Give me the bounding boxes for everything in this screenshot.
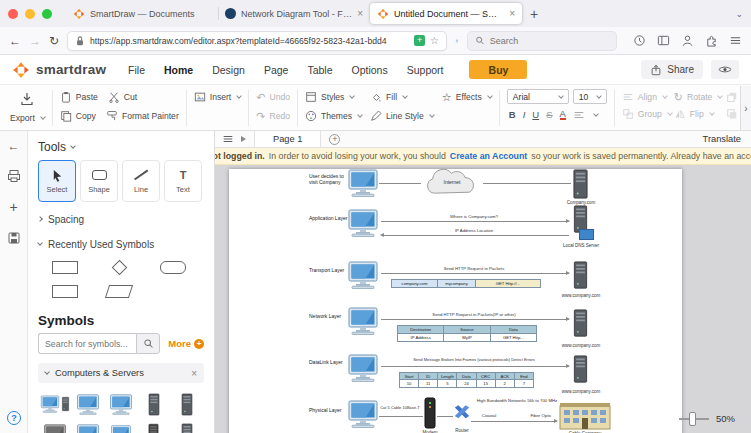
flip-button[interactable]: Flip (674, 106, 722, 122)
paste-button[interactable]: Paste (60, 89, 98, 105)
symbol-rectangle[interactable] (52, 285, 78, 298)
italic-button[interactable]: I (523, 109, 526, 120)
line-style-button[interactable]: Line Style (370, 108, 434, 124)
align-button[interactable]: Align (622, 89, 670, 105)
menu-table[interactable]: Table (307, 64, 332, 76)
packet-table[interactable]: company.com mycompany GET Http://... (391, 279, 541, 288)
spacing-section-header[interactable]: Spacing (38, 211, 204, 227)
menu-home[interactable]: Home (164, 64, 193, 76)
themes-button[interactable]: Themes (305, 108, 362, 124)
group-button[interactable]: Group (622, 106, 670, 122)
history-icon[interactable] (633, 34, 646, 47)
add-page-icon[interactable]: + (329, 134, 340, 145)
insert-button[interactable]: Insert (194, 89, 242, 105)
cut-button[interactable]: Cut (108, 89, 137, 105)
symbol-monitor[interactable] (109, 394, 133, 415)
font-size-select[interactable]: 10 (573, 89, 607, 104)
text-tool-button[interactable]: T Text (164, 160, 202, 202)
symbol-tower-dark[interactable] (147, 423, 160, 433)
tools-header[interactable]: Tools (38, 139, 204, 155)
line-tool-button[interactable]: Line (122, 160, 160, 202)
symbol-search-input[interactable] (38, 333, 136, 354)
symbol-tower[interactable] (180, 393, 194, 416)
underline-button[interactable]: U (532, 109, 539, 120)
help-button[interactable]: ? (7, 411, 21, 425)
cable-company-building-icon[interactable] (559, 402, 611, 430)
downloads-icon[interactable] (455, 34, 459, 47)
browser-tab-untitled-document[interactable]: Untitled Document — SmartDr... × (370, 3, 522, 24)
save-icon[interactable] (7, 231, 21, 245)
browser-tab-documents[interactable]: SmartDraw — Documents (66, 3, 218, 24)
text-align-icon[interactable] (573, 109, 585, 121)
format-painter-button[interactable]: Format Painter (106, 108, 179, 124)
symbol-tower[interactable] (147, 393, 161, 416)
fill-button[interactable]: Fill (370, 89, 434, 105)
zoom-slider[interactable] (679, 418, 709, 420)
forward-button[interactable]: → (29, 34, 41, 48)
sidebar-icon[interactable] (657, 34, 670, 47)
bold-button[interactable]: B (509, 109, 516, 120)
recent-symbols-header[interactable]: Recently Used Symbols (38, 236, 204, 252)
workstation-icon[interactable] (347, 354, 379, 382)
workstation-icon[interactable] (347, 307, 379, 335)
symbol-desktop-computer[interactable] (40, 395, 70, 413)
symbol-monitor[interactable] (76, 424, 100, 433)
symbol-monitor-dark[interactable] (43, 424, 67, 433)
print-icon[interactable] (7, 169, 21, 183)
page-tab[interactable]: Page 1 (254, 131, 321, 147)
styles-button[interactable]: Styles (305, 89, 362, 105)
router-icon[interactable] (453, 403, 471, 421)
export-button[interactable]: Export (10, 110, 45, 126)
symbol-rounded-rectangle[interactable] (160, 261, 186, 274)
dns-device-icon[interactable] (579, 229, 594, 240)
menu-support[interactable]: Support (407, 64, 444, 76)
extension-badge-icon[interactable]: + (414, 35, 425, 46)
browser-search-input[interactable] (490, 36, 609, 46)
canvas-viewport[interactable]: User decides to visit Company Internet C… (215, 165, 751, 433)
server-icon[interactable] (571, 169, 590, 199)
strikethrough-button[interactable]: S (546, 109, 552, 120)
workstation-icon[interactable] (347, 169, 379, 197)
menu-page[interactable]: Page (264, 64, 289, 76)
share-button[interactable]: Share (641, 60, 703, 79)
zoom-slider-handle[interactable] (689, 412, 696, 426)
menu-design[interactable]: Design (212, 64, 245, 76)
view-button[interactable] (711, 60, 739, 79)
symbol-tower[interactable] (180, 423, 194, 433)
symbol-search-button[interactable] (136, 333, 160, 354)
new-tab-button[interactable]: + (530, 6, 538, 22)
menu-file[interactable]: File (128, 64, 145, 76)
frame-table-row[interactable]: 10 11 5 24 15 2 7 (399, 379, 534, 388)
server-icon[interactable] (571, 355, 590, 383)
copy-button[interactable]: Copy (60, 108, 96, 124)
buy-button[interactable]: Buy (469, 60, 527, 79)
close-icon[interactable]: × (191, 368, 197, 379)
extensions-icon[interactable] (705, 34, 718, 47)
panel-back-icon[interactable]: ← (8, 139, 20, 153)
workstation-icon[interactable] (347, 261, 379, 289)
symbol-monitor[interactable] (76, 394, 100, 415)
ribbon-expand-chevron[interactable]: › (740, 86, 751, 130)
zoom-window-button[interactable] (42, 9, 52, 19)
menu-options[interactable]: Options (352, 64, 388, 76)
tab-close-icon[interactable]: × (509, 8, 515, 19)
rotate-button[interactable]: ↻Rotate (674, 89, 722, 105)
workstation-icon[interactable] (347, 209, 379, 237)
packet-table-row[interactable]: IP Address MyIP GET Http... (397, 333, 537, 342)
tab-overflow-chevron-icon[interactable]: ⌄ (735, 9, 743, 19)
shape-tool-button[interactable]: Shape (80, 160, 118, 202)
redo-button[interactable]: ↷Redo (256, 108, 290, 124)
effects-button[interactable]: ☆Effects (442, 89, 492, 105)
page-list-icon[interactable] (222, 133, 234, 145)
font-family-select[interactable]: Arial (507, 89, 569, 104)
reload-button[interactable]: ↻ (49, 34, 59, 48)
bookmark-star-icon[interactable]: ☆ (430, 35, 439, 46)
sidebar-toggle-icon[interactable] (241, 136, 246, 142)
symbol-rectangle[interactable] (52, 261, 78, 274)
symbol-category-header[interactable]: Computers & Servers × (38, 363, 204, 383)
server-icon[interactable] (571, 261, 590, 289)
symbol-parallelogram[interactable] (105, 285, 133, 298)
more-symbols-link[interactable]: More+ (168, 338, 204, 349)
browser-search-field[interactable] (467, 31, 617, 51)
address-bar[interactable]: https://app.smartdraw.com/editor.aspx?te… (67, 31, 447, 51)
